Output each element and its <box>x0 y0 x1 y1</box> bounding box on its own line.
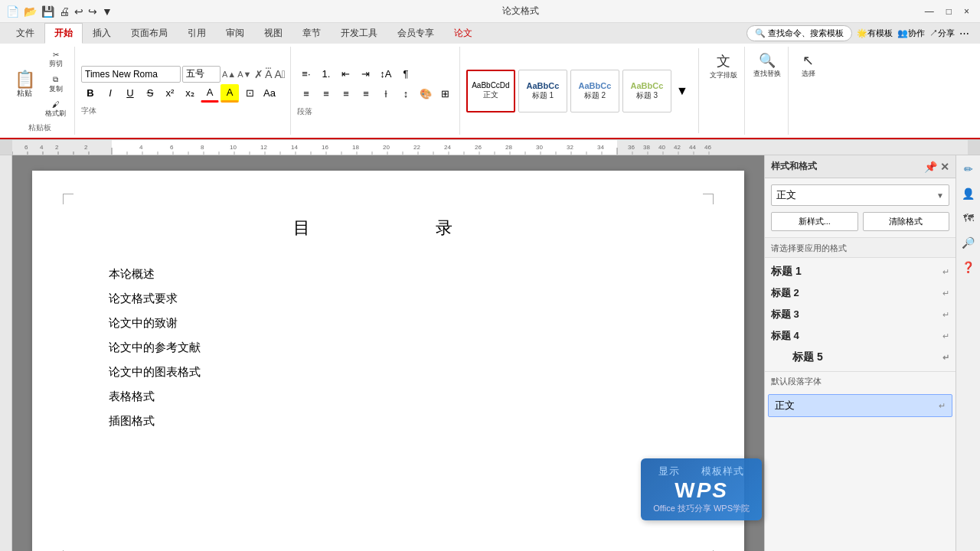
show-marks-btn[interactable]: ¶ <box>397 65 415 83</box>
undo-icon[interactable]: ↩ <box>74 5 83 18</box>
share-icon[interactable]: ↗分享 <box>929 28 955 39</box>
style-swatch-label-1: 标题 1 <box>532 90 554 101</box>
current-style-label: 正文 <box>776 188 796 202</box>
right-icon-4[interactable]: 🔎 <box>958 232 979 253</box>
font-grow-btn[interactable]: A▲ <box>222 70 236 79</box>
save-icon[interactable]: 💾 <box>41 5 54 18</box>
tab-home[interactable]: 开始 <box>44 23 83 44</box>
indent-increase-btn[interactable]: ⇥ <box>357 65 375 83</box>
svg-text:26: 26 <box>475 144 482 151</box>
borders-btn[interactable]: ⊞ <box>436 85 455 103</box>
default-font-label: 默认段落字体 <box>765 371 956 391</box>
tab-dev[interactable]: 开发工具 <box>331 23 387 44</box>
style-item-h3[interactable]: 标题 3 ↵ <box>765 304 956 325</box>
right-icon-1[interactable]: ✏ <box>958 158 979 180</box>
wps-logo: WPS <box>653 478 750 503</box>
superscript-button[interactable]: x² <box>161 84 179 103</box>
more-options-icon[interactable]: ⋯ <box>959 28 969 39</box>
right-icon-sidebar: ✏ 👤 🗺 🔎 ❓ <box>956 155 980 551</box>
font-effects-btn[interactable]: Aa <box>260 84 279 103</box>
minimize-btn[interactable]: — <box>920 6 939 17</box>
line-spacing-btn[interactable]: ↕ <box>397 85 415 103</box>
clear-format-btn[interactable]: ✗ <box>254 68 263 80</box>
underline-button[interactable]: U <box>121 84 139 103</box>
style-item-h1[interactable]: 标题 1 ↵ <box>765 261 956 282</box>
svg-text:20: 20 <box>383 144 390 151</box>
char-border-btn[interactable]: ⊡ <box>240 84 259 103</box>
wps-sub: Office 技巧分享 WPS学院 <box>653 503 750 514</box>
redo-icon[interactable]: ↪ <box>88 5 97 18</box>
font-size-input[interactable] <box>182 66 220 83</box>
close-btn[interactable]: × <box>959 6 974 17</box>
paste-icon: 📋 <box>15 71 35 88</box>
cut-button[interactable]: ✂ 剪切 <box>41 48 70 71</box>
tab-chapter[interactable]: 章节 <box>292 23 331 44</box>
font-name-input[interactable] <box>81 66 181 83</box>
numbered-list-btn[interactable]: 1. <box>317 65 335 83</box>
select-btn[interactable]: ↖ 选择 <box>793 50 824 81</box>
tab-file[interactable]: 文件 <box>6 23 44 44</box>
tab-view[interactable]: 视图 <box>254 23 292 44</box>
bullet-list-btn[interactable]: ≡· <box>297 65 315 83</box>
clear-format-btn[interactable]: 清除格式 <box>863 212 950 231</box>
title-bar: 📄 📂 💾 🖨 ↩ ↪ ▼ 论文格式 — □ × <box>0 0 980 23</box>
new-style-btn[interactable]: 新样式... <box>771 212 858 231</box>
align-justify-btn[interactable]: ≡ <box>357 85 375 103</box>
highlight-btn[interactable]: A <box>220 84 239 103</box>
italic-button[interactable]: I <box>101 84 119 103</box>
style-swatch-normal[interactable]: AaBbCcDd 正文 <box>466 70 515 112</box>
align-right-btn[interactable]: ≡ <box>337 85 355 103</box>
style-item-h4[interactable]: 标题 4 ↵ <box>765 325 956 347</box>
pinyin-btn[interactable]: A⃛ <box>265 68 273 80</box>
text-color-btn[interactable]: A <box>201 84 219 103</box>
style-swatch-h3[interactable]: AaBbCc 标题 3 <box>622 70 671 112</box>
pin-icon[interactable]: 📌 <box>924 161 937 173</box>
current-style-dropdown[interactable]: 正文 ▼ <box>771 184 949 206</box>
align-left-btn[interactable]: ≡ <box>297 85 315 103</box>
align-center-btn[interactable]: ≡ <box>317 85 335 103</box>
tab-page-layout[interactable]: 页面布局 <box>121 23 178 44</box>
window-controls[interactable]: — □ × <box>920 6 974 17</box>
copy-icon: ⧉ <box>53 75 58 84</box>
indent-decrease-btn[interactable]: ⇤ <box>337 65 355 83</box>
tab-vip[interactable]: 会员专享 <box>387 23 444 44</box>
panel-header-icons[interactable]: 📌 ✕ <box>924 161 949 173</box>
collab-icon[interactable]: 👥协作 <box>897 28 925 39</box>
open-icon[interactable]: 📂 <box>24 5 37 18</box>
paste-button[interactable]: 📋 粘贴 <box>9 69 40 101</box>
search-bar[interactable]: 🔍 查找命令、搜索模板 <box>746 25 852 41</box>
chinese-layout-btn[interactable]: 文 文字排版 <box>706 50 741 83</box>
more-styles-btn[interactable]: ▼ <box>675 83 690 99</box>
sort-btn[interactable]: ↕A <box>377 65 395 83</box>
right-icon-3[interactable]: 🗺 <box>958 207 979 229</box>
find-replace-btn[interactable]: 🔍 查找替换 <box>750 50 785 81</box>
close-panel-icon[interactable]: ✕ <box>940 161 949 173</box>
format-painter-button[interactable]: 🖌 格式刷 <box>41 98 70 121</box>
more-icon[interactable]: ▼ <box>102 5 113 18</box>
doc-area[interactable]: 目 录 本论概述 论文格式要求 论文中的致谢 论文中的参考文献 论文中的图表格式… <box>12 155 764 551</box>
style-item-h2[interactable]: 标题 2 ↵ <box>765 282 956 304</box>
strikethrough-button[interactable]: S <box>141 84 159 103</box>
style-swatch-label-0: 正文 <box>483 90 498 100</box>
maximize-btn[interactable]: □ <box>942 6 956 17</box>
style-item-h5[interactable]: 标题 5 ↵ <box>765 347 956 368</box>
tab-references[interactable]: 引用 <box>178 23 216 44</box>
right-icon-2[interactable]: 👤 <box>958 183 979 204</box>
print-icon[interactable]: 🖨 <box>59 5 70 18</box>
active-style-panel[interactable]: 正文 ↵ <box>768 394 952 417</box>
font-shrink-btn[interactable]: A▼ <box>237 70 251 79</box>
shading-btn[interactable]: 🎨 <box>416 85 435 103</box>
copy-button[interactable]: ⧉ 复制 <box>41 73 70 96</box>
column-break-btn[interactable]: ⫲ <box>377 85 395 103</box>
style-swatch-h2[interactable]: AaBbCc 标题 2 <box>570 70 619 112</box>
tab-review[interactable]: 审阅 <box>216 23 254 44</box>
char-spacing-btn[interactable]: A⃝ <box>274 68 285 80</box>
new-doc-icon[interactable]: 📄 <box>6 5 19 18</box>
quick-access-icons[interactable]: 📄 📂 💾 🖨 ↩ ↪ ▼ <box>6 5 113 18</box>
right-icon-5[interactable]: ❓ <box>958 256 979 278</box>
tab-paper[interactable]: 论文 <box>444 23 482 44</box>
subscript-button[interactable]: x₂ <box>181 84 199 103</box>
style-swatch-h1[interactable]: AaBbCc 标题 1 <box>518 70 567 112</box>
bold-button[interactable]: B <box>81 84 100 103</box>
tab-insert[interactable]: 插入 <box>83 23 121 44</box>
